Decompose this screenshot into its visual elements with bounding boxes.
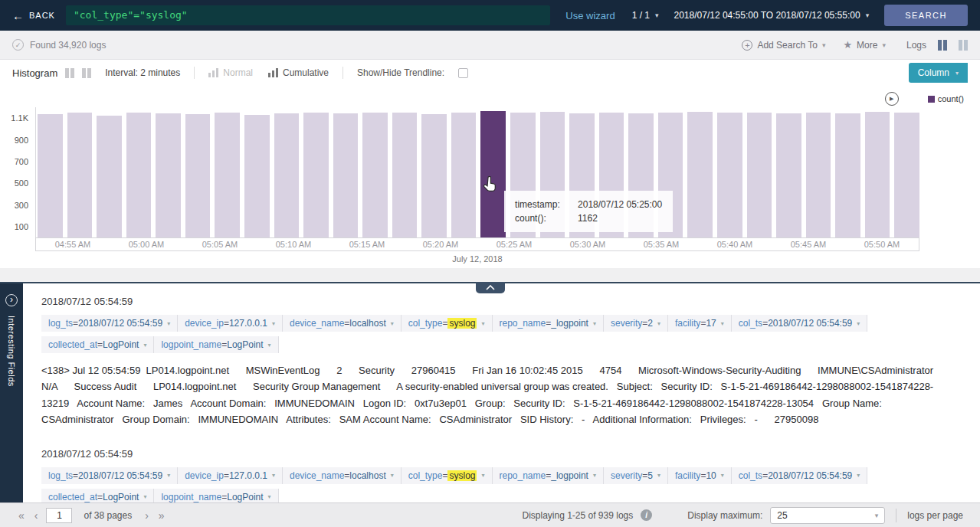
histogram-bar[interactable]: [747, 113, 772, 237]
histogram-bar[interactable]: [717, 113, 742, 237]
field-equals: =: [642, 318, 647, 329]
x-tick-label: 05:30 AM: [551, 240, 624, 249]
field-tag[interactable]: collected_at=LogPoint▾: [41, 489, 154, 502]
histogram-bar[interactable]: [274, 113, 300, 237]
interesting-fields-panel[interactable]: › Interesting Fields: [0, 283, 23, 502]
histogram-bar[interactable]: [156, 113, 181, 237]
back-button[interactable]: ← BACK: [12, 9, 55, 22]
histogram-bar[interactable]: [97, 116, 122, 237]
histogram-bar[interactable]: [38, 114, 63, 237]
histogram-bar[interactable]: [303, 113, 329, 237]
field-tag[interactable]: device_name=localhost▾: [283, 315, 402, 332]
play-icon[interactable]: ▶: [885, 92, 899, 106]
histogram-bar[interactable]: [392, 113, 418, 237]
histogram-bar[interactable]: [126, 113, 152, 237]
y-tick-label: 900: [15, 136, 28, 145]
use-wizard-link[interactable]: Use wizard: [565, 10, 615, 21]
interval-label: Interval: 2 minutes: [105, 67, 180, 78]
column-view-toggle-icon[interactable]: [938, 40, 947, 51]
histogram-bar[interactable]: [776, 113, 801, 237]
field-key: log_ts: [48, 470, 73, 481]
field-tag[interactable]: logpoint_name=LogPoint▾: [154, 489, 278, 502]
field-tag[interactable]: collected_at=LogPoint▾: [41, 336, 154, 353]
histogram-bar[interactable]: [244, 115, 270, 238]
next-page-icon[interactable]: ›: [143, 509, 150, 522]
date-range-text: 2018/07/12 04:55:00 TO 2018/07/12 05:55:…: [674, 10, 860, 21]
column-dropdown-button[interactable]: Column ▾: [909, 63, 968, 83]
app-window: ← BACK "col_type"="syslog" Use wizard 1 …: [0, 0, 980, 527]
histogram-bar[interactable]: [835, 113, 860, 237]
more-menu-button[interactable]: ★ More ▾: [843, 39, 886, 51]
histogram-bar[interactable]: [362, 113, 388, 237]
field-tag[interactable]: facility=17▾: [668, 315, 732, 332]
field-tag[interactable]: repo_name=_logpoint▾: [493, 467, 604, 484]
field-tag[interactable]: device_ip=127.0.0.1▾: [178, 467, 283, 484]
last-page-icon[interactable]: »: [157, 509, 166, 522]
field-value: _logpoint: [551, 470, 588, 481]
field-value: localhost: [349, 318, 385, 329]
query-page-indicator[interactable]: 1 / 1 ▾: [632, 10, 659, 21]
field-tag[interactable]: facility=10▾: [668, 467, 732, 484]
histogram-bar[interactable]: [480, 111, 506, 237]
field-tag[interactable]: device_name=localhost▾: [283, 467, 402, 484]
field-tag[interactable]: severity=5▾: [604, 467, 668, 484]
field-tag[interactable]: col_type=syslog▾: [402, 315, 493, 332]
histogram-bar[interactable]: [865, 112, 890, 237]
field-tag[interactable]: col_type=syslog▾: [402, 467, 493, 484]
info-icon[interactable]: i: [641, 509, 652, 521]
field-equals: =: [344, 470, 349, 481]
field-key: severity: [611, 470, 642, 481]
histogram-bar[interactable]: [67, 113, 93, 237]
histogram-bar[interactable]: [894, 113, 919, 237]
normal-mode-button[interactable]: Normal: [208, 67, 253, 78]
field-value: syslog: [447, 470, 477, 481]
table-view-toggle-icon[interactable]: [959, 40, 968, 51]
histogram-bar[interactable]: [687, 112, 713, 237]
prev-page-icon[interactable]: ‹: [33, 509, 40, 522]
field-tag[interactable]: log_ts=2018/07/12 05:54:59▾: [41, 467, 178, 484]
field-tag[interactable]: col_ts=2018/07/12 05:54:59▾: [732, 315, 868, 332]
tooltip-value: 2018/07/12 05:25:00: [578, 198, 662, 211]
field-tag[interactable]: repo_name=_logpoint▾: [493, 315, 604, 332]
trendline-checkbox[interactable]: [458, 68, 468, 78]
field-tag[interactable]: severity=2▾: [604, 315, 668, 332]
collapse-histogram-button[interactable]: [476, 282, 505, 293]
histogram-bar[interactable]: [806, 113, 831, 237]
first-page-icon[interactable]: «: [17, 509, 26, 522]
field-tag[interactable]: col_ts=2018/07/12 05:54:59▾: [732, 467, 868, 484]
field-key: repo_name: [500, 318, 546, 329]
pagination-bar: « ‹ of 38 pages › » Displaying 1-25 of 9…: [0, 502, 980, 527]
field-value: 2018/07/12 05:54:59: [768, 470, 852, 481]
expand-panel-icon[interactable]: ›: [5, 294, 18, 306]
add-search-to-button[interactable]: + Add Search To ▾: [742, 40, 825, 51]
histogram-bar[interactable]: [185, 114, 211, 237]
page-number-input[interactable]: [46, 508, 72, 523]
field-tag[interactable]: device_ip=127.0.0.1▾: [178, 315, 283, 332]
field-tag[interactable]: log_ts=2018/07/12 05:54:59▾: [41, 315, 178, 332]
chart-date-label: July 12, 2018: [35, 251, 919, 268]
chevron-up-icon: [486, 285, 495, 290]
histogram-bar[interactable]: [421, 114, 447, 237]
histogram-toggle-2-icon[interactable]: [82, 68, 91, 78]
histogram-toggle-icon[interactable]: [65, 68, 74, 78]
plot-area: 1.1K900700500300100 timestamp:2018/07/12…: [35, 107, 919, 237]
search-query-input[interactable]: "col_type"="syslog": [66, 5, 550, 25]
histogram-bar[interactable]: [451, 113, 477, 237]
chevron-down-icon: ▾: [143, 493, 146, 500]
search-button[interactable]: SEARCH: [884, 5, 968, 26]
histogram-bar[interactable]: [215, 113, 240, 237]
log-message: <138> Jul 12 05:54:59 LP014.logpoint.net…: [41, 362, 960, 428]
date-range-picker[interactable]: 2018/07/12 04:55:00 TO 2018/07/12 05:55:…: [674, 10, 870, 21]
display-maximum-select[interactable]: 25 ▾: [770, 507, 885, 524]
field-tag[interactable]: logpoint_name=LogPoint▾: [154, 336, 278, 353]
field-value: LogPoint: [103, 339, 139, 350]
field-key: device_ip: [185, 470, 224, 481]
field-key: collected_at: [48, 492, 97, 502]
field-key: col_type: [408, 470, 443, 481]
field-equals: =: [762, 318, 768, 329]
chevron-down-icon: ▾: [391, 320, 394, 327]
field-key: log_ts: [48, 318, 73, 329]
histogram-bar[interactable]: [333, 113, 359, 237]
cumulative-mode-button[interactable]: Cumulative: [268, 67, 329, 78]
x-tick-label: 05:00 AM: [110, 240, 183, 249]
